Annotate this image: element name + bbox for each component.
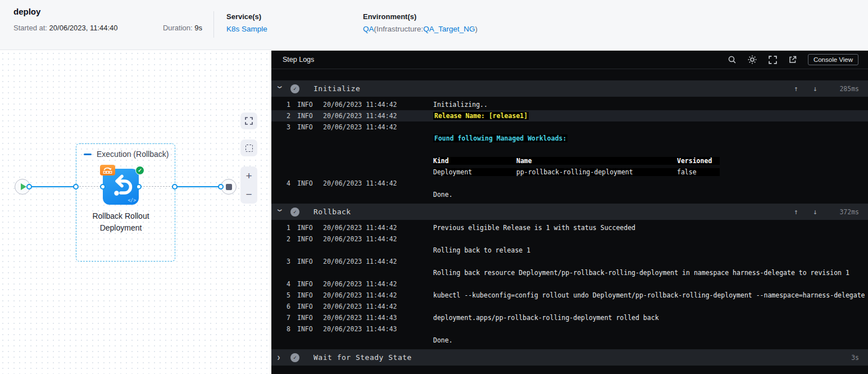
services-block: Service(s) K8s Sample: [214, 0, 351, 49]
log-message: Done.: [433, 191, 453, 199]
service-link[interactable]: K8s Sample: [226, 25, 267, 33]
environment-link[interactable]: QA: [363, 25, 374, 33]
log-message: Previous eligible Release is 1 with stat…: [433, 224, 635, 232]
workload-table-header: KindNameVersioned: [433, 157, 720, 165]
log-line: 6INFO20/06/2023 11:44:42: [271, 301, 868, 312]
log-timestamp: 20/06/2023 11:44:42: [323, 224, 433, 232]
search-icon: [728, 55, 737, 64]
code-glyph-icon: </>: [128, 198, 136, 203]
log-timestamp: 20/06/2023 11:44:43: [323, 314, 433, 322]
console-view-button[interactable]: Console View: [808, 54, 858, 65]
log-message: Initializing..: [433, 101, 488, 109]
log-text-segment: Previous eligible Release is 1 with stat…: [433, 224, 635, 232]
chevron-down-icon[interactable]: ❯: [277, 209, 283, 215]
canvas-fullscreen-button[interactable]: [240, 112, 257, 129]
scroll-down-icon[interactable]: ↓: [813, 208, 817, 216]
log-message: Rolling back to release 1: [433, 246, 530, 254]
scroll-down-icon[interactable]: ↓: [813, 84, 817, 93]
scroll-up-icon[interactable]: ↑: [794, 84, 798, 93]
log-line: 4INFO20/06/2023 11:44:42: [271, 278, 868, 290]
log-level: INFO: [297, 235, 317, 243]
log-line: 2INFO20/06/2023 11:44:42Release Name: [r…: [271, 110, 868, 121]
log-text-segment: deployment.apps/pp-rollback-rolling-depl…: [433, 314, 659, 322]
line-number: 3: [278, 258, 290, 265]
log-line: Deploymentpp-rollback-rolling-deployment…: [271, 166, 868, 178]
started-at-value: 20/06/2023, 11:44:40: [49, 24, 118, 32]
log-line: [271, 144, 868, 155]
log-text-segment: Initializing..: [433, 101, 488, 109]
log-level: INFO: [297, 291, 317, 299]
started-at: Started at: 20/06/2023, 11:44:40: [13, 24, 118, 32]
log-sections: ❯✓Initialize↑↓285ms1INFO20/06/2023 11:44…: [271, 80, 868, 366]
scroll-up-icon[interactable]: ↑: [794, 208, 798, 216]
gear-icon: [747, 55, 757, 65]
success-check-badge: ✓: [135, 166, 144, 175]
log-fullscreen-button[interactable]: [768, 55, 778, 65]
play-icon: [21, 183, 26, 190]
log-line: 8INFO20/06/2023 11:44:43: [271, 323, 868, 335]
log-line: 1INFO20/06/2023 11:44:42Initializing..: [271, 99, 868, 110]
log-timestamp: 20/06/2023 11:44:42: [323, 101, 433, 109]
log-text-segment: Found following Managed Workloads:: [433, 134, 567, 142]
log-section-header[interactable]: ❯✓Initialize↑↓285ms: [271, 80, 868, 97]
log-message: Release Name: [release1]: [433, 112, 529, 120]
log-message: kubectl --kubeconfig=config rollout undo…: [433, 291, 865, 299]
log-section: ❯✓Wait for Steady State3s: [271, 349, 868, 366]
external-link-icon: [788, 55, 797, 64]
log-level: INFO: [297, 112, 317, 120]
log-line: 7INFO20/06/2023 11:44:43deployment.apps/…: [271, 312, 868, 323]
stop-icon: [226, 184, 232, 190]
connector-dot[interactable]: [172, 184, 178, 190]
log-timestamp: 20/06/2023 11:44:42: [323, 235, 433, 243]
connector-dot[interactable]: [136, 184, 142, 190]
log-line: 1INFO20/06/2023 11:44:42Previous eligibl…: [271, 222, 868, 233]
chevron-down-icon[interactable]: ❯: [277, 85, 283, 92]
log-lines: 1INFO20/06/2023 11:44:42Initializing..2I…: [271, 97, 868, 202]
success-check-icon: ✓: [290, 208, 299, 217]
section-duration: 372ms: [832, 208, 859, 216]
infrastructure-link[interactable]: QA_Target_NG: [423, 25, 475, 33]
log-lines: 1INFO20/06/2023 11:44:42Previous eligibl…: [271, 220, 868, 348]
log-section-title: Initialize: [313, 84, 360, 93]
log-text-segment: Rolling back resource Deployment/pp-roll…: [433, 269, 849, 277]
log-message: Done.: [433, 336, 453, 344]
step-logs-panel: Step Logs: [271, 51, 868, 374]
log-line: KindNameVersioned: [271, 155, 868, 166]
pipeline-graph-canvas[interactable]: Execution (Rollback) </>: [0, 51, 271, 374]
success-check-icon: ✓: [290, 353, 299, 362]
log-line: Rolling back to release 1: [271, 245, 868, 256]
log-level: INFO: [297, 280, 317, 288]
line-number: 6: [278, 303, 290, 310]
log-timestamp: 20/06/2023 11:44:42: [323, 303, 433, 310]
fullscreen-icon: [244, 116, 253, 125]
environment-infra-label: (Infrastructure:: [374, 25, 424, 33]
collapse-group-icon[interactable]: [84, 154, 92, 155]
log-open-new-tab-button[interactable]: [788, 55, 797, 64]
canvas-select-button[interactable]: [240, 139, 257, 156]
log-section-title: Rollback: [313, 208, 351, 216]
log-section-header[interactable]: ❯✓Rollback↑↓372ms: [271, 204, 868, 220]
connector-dot[interactable]: [73, 184, 79, 190]
connector-dot[interactable]: [26, 184, 32, 190]
log-settings-button[interactable]: [747, 55, 757, 65]
log-line: 2INFO20/06/2023 11:44:42: [271, 233, 868, 245]
chevron-right-icon[interactable]: ❯: [277, 354, 284, 361]
zoom-in-button[interactable]: +: [246, 172, 252, 181]
log-section-header[interactable]: ❯✓Wait for Steady State3s: [271, 349, 868, 366]
log-section-controls: ↑↓285ms: [794, 84, 859, 93]
log-level: INFO: [297, 258, 317, 265]
zoom-out-button[interactable]: −: [246, 190, 252, 199]
environment-paren: ): [475, 25, 478, 33]
line-number: 1: [278, 101, 290, 109]
execution-summary: deploy Started at: 20/06/2023, 11:44:40 …: [13, 0, 213, 49]
connector-dot[interactable]: [218, 184, 224, 190]
duration: Duration: 9s: [163, 24, 202, 32]
log-timestamp: 20/06/2023 11:44:42: [323, 179, 433, 187]
log-search-button[interactable]: [728, 55, 737, 64]
log-message: deployment.apps/pp-rollback-rolling-depl…: [433, 314, 659, 322]
workload-table-cell: false: [677, 168, 720, 176]
workload-table-cell: Versioned: [677, 157, 720, 165]
connector-dot[interactable]: [100, 184, 106, 190]
step-logs-toolbar: Step Logs: [271, 51, 868, 69]
log-section: ❯✓Rollback↑↓372ms1INFO20/06/2023 11:44:4…: [271, 204, 868, 348]
